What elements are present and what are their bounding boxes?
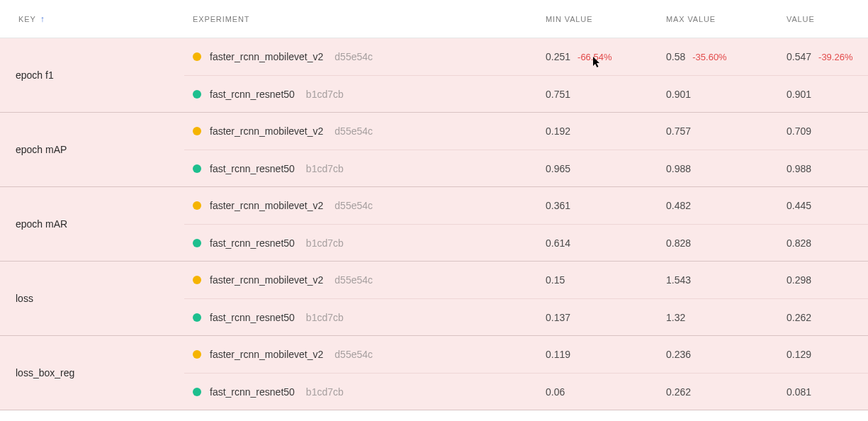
experiment-cell: fast_rcnn_resnet50b1cd7cb [184,312,546,323]
experiment-name: fast_rcnn_resnet50 [210,386,295,398]
max-value-cell: 0.988 [666,163,787,174]
experiment-hash: b1cd7cb [306,312,344,323]
table-row[interactable]: faster_rcnn_mobilevet_v2d55e54c0.151.543… [184,262,868,298]
experiment-color-dot-icon [193,201,201,210]
table-row[interactable]: fast_rcnn_resnet50b1cd7cb0.060.2620.081 [184,373,868,410]
min-value-cell: 0.137 [546,312,666,323]
max-value-cell: 0.58-35.60% [666,51,787,62]
col-header-min-value-label: MIN VALUE [546,15,592,23]
col-header-min-value[interactable]: MIN VALUE [546,15,666,23]
experiment-name: faster_rcnn_mobilevet_v2 [210,51,323,62]
metric-value: 0.081 [787,386,811,398]
metric-value: 0.445 [787,200,811,211]
table-row[interactable]: faster_rcnn_mobilevet_v2d55e54c0.3610.48… [184,187,868,224]
experiment-name: faster_rcnn_mobilevet_v2 [210,274,323,286]
metric-value: 0.614 [546,237,570,249]
experiment-color-dot-icon [193,350,201,359]
col-header-experiment[interactable]: EXPERIMENT [184,15,546,23]
metric-delta: -35.60% [692,52,726,62]
metric-value: 0.482 [666,200,691,211]
table-row[interactable]: faster_rcnn_mobilevet_v2d55e54c0.1190.23… [184,336,868,373]
experiment-name: fast_rcnn_resnet50 [210,237,295,249]
metric-rows: faster_rcnn_mobilevet_v2d55e54c0.1190.23… [184,336,868,410]
value-cell: 0.709 [787,125,868,137]
experiment-color-dot-icon [193,313,201,322]
table-row[interactable]: fast_rcnn_resnet50b1cd7cb0.7510.9010.901 [184,75,868,112]
metric-delta: -66.54% [577,52,611,62]
experiment-name: fast_rcnn_resnet50 [210,89,295,100]
metric-value: 0.262 [787,312,811,323]
metric-rows: faster_rcnn_mobilevet_v2d55e54c0.151.543… [184,262,868,335]
experiment-hash: d55e54c [334,51,373,62]
experiment-hash: d55e54c [334,125,373,137]
value-cell: 0.901 [787,89,868,100]
metric-value: 0.262 [666,386,691,398]
experiment-name: faster_rcnn_mobilevet_v2 [210,125,323,137]
col-header-max-value[interactable]: MAX VALUE [666,15,787,23]
table-row[interactable]: faster_rcnn_mobilevet_v2d55e54c0.251-66.… [184,38,868,75]
experiment-hash: b1cd7cb [306,386,344,398]
metric-key: epoch mAP [0,113,184,186]
col-header-experiment-label: EXPERIMENT [193,15,249,23]
metric-group: epoch f1faster_rcnn_mobilevet_v2d55e54c0… [0,38,868,113]
experiment-cell: faster_rcnn_mobilevet_v2d55e54c [184,125,546,137]
metric-value: 0.988 [666,163,691,174]
table-row[interactable]: faster_rcnn_mobilevet_v2d55e54c0.1920.75… [184,113,868,150]
experiment-color-dot-icon [193,52,201,61]
value-cell: 0.988 [787,163,868,174]
value-cell: 0.547-39.26% [787,51,868,62]
sort-asc-icon: ↑ [40,14,45,24]
experiment-color-dot-icon [193,90,201,99]
table-row[interactable]: fast_rcnn_resnet50b1cd7cb0.1371.320.262 [184,298,868,335]
metric-rows: faster_rcnn_mobilevet_v2d55e54c0.251-66.… [184,38,868,112]
metric-value: 0.251 [546,51,570,62]
metric-value: 0.361 [546,200,570,211]
col-header-key[interactable]: KEY ↑ [0,14,184,24]
col-header-value-label: VALUE [787,15,815,23]
metric-group: epoch mAPfaster_rcnn_mobilevet_v2d55e54c… [0,113,868,187]
experiment-cell: faster_rcnn_mobilevet_v2d55e54c [184,349,546,360]
min-value-cell: 0.361 [546,200,666,211]
table-row[interactable]: fast_rcnn_resnet50b1cd7cb0.9650.9880.988 [184,150,868,186]
experiment-name: fast_rcnn_resnet50 [210,312,295,323]
experiment-cell: fast_rcnn_resnet50b1cd7cb [184,163,546,174]
value-cell: 0.828 [787,237,868,249]
table-row[interactable]: fast_rcnn_resnet50b1cd7cb0.6140.8280.828 [184,224,868,261]
metric-rows: faster_rcnn_mobilevet_v2d55e54c0.3610.48… [184,187,868,261]
experiment-hash: d55e54c [334,274,373,286]
metric-key: loss_box_reg [0,336,184,410]
col-header-value[interactable]: VALUE [787,15,868,23]
max-value-cell: 0.828 [666,237,787,249]
metric-key: epoch mAR [0,187,184,261]
metric-group: epoch mARfaster_rcnn_mobilevet_v2d55e54c… [0,187,868,262]
min-value-cell: 0.192 [546,125,666,137]
max-value-cell: 0.236 [666,349,787,360]
col-header-max-value-label: MAX VALUE [666,15,716,23]
metric-value: 0.15 [546,274,565,286]
value-cell: 0.081 [787,386,868,398]
metric-value: 0.06 [546,386,565,398]
col-header-key-label: KEY [18,15,36,23]
metric-value: 0.828 [787,237,811,249]
metric-value: 0.547 [787,51,811,62]
metric-value: 0.901 [787,89,811,100]
experiment-hash: b1cd7cb [306,89,344,100]
experiment-color-dot-icon [193,164,201,173]
metric-value: 0.192 [546,125,570,137]
experiment-color-dot-icon [193,388,201,396]
max-value-cell: 0.482 [666,200,787,211]
metric-value: 0.129 [787,349,811,360]
value-cell: 0.445 [787,200,868,211]
metric-value: 0.965 [546,163,570,174]
experiment-name: fast_rcnn_resnet50 [210,163,295,174]
experiment-name: faster_rcnn_mobilevet_v2 [210,200,323,211]
table-body: epoch f1faster_rcnn_mobilevet_v2d55e54c0… [0,38,868,410]
metric-group: loss_box_regfaster_rcnn_mobilevet_v2d55e… [0,336,868,410]
metric-value: 0.757 [666,125,691,137]
experiment-cell: faster_rcnn_mobilevet_v2d55e54c [184,51,546,62]
metric-group: lossfaster_rcnn_mobilevet_v2d55e54c0.151… [0,262,868,336]
value-cell: 0.262 [787,312,868,323]
experiment-cell: fast_rcnn_resnet50b1cd7cb [184,237,546,249]
experiment-color-dot-icon [193,276,201,284]
experiment-hash: b1cd7cb [306,163,344,174]
